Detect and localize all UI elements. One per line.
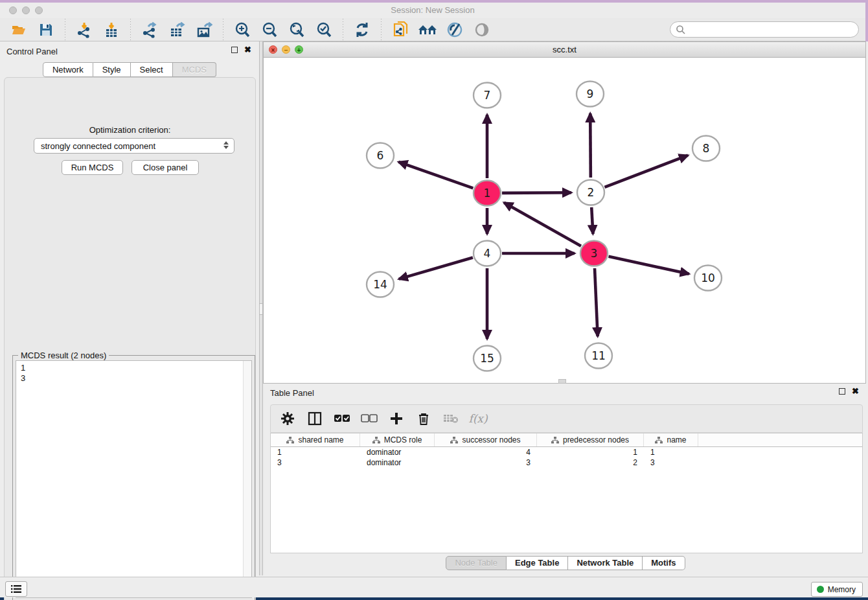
node-11[interactable]: 11 (585, 343, 612, 369)
close-table-panel-icon[interactable]: ✖ (852, 387, 859, 395)
edge-3-10[interactable] (608, 257, 689, 274)
mcds-result-text[interactable]: 13 (16, 360, 252, 598)
delete-icon[interactable] (415, 410, 433, 428)
column-header-name[interactable]: name (644, 433, 698, 446)
first-neighbors-icon[interactable] (418, 20, 437, 40)
zoom-in-icon[interactable] (233, 20, 252, 40)
network-close-icon[interactable]: × (269, 45, 277, 54)
export-network-icon[interactable] (140, 20, 159, 40)
zoom-fit-icon[interactable] (287, 20, 306, 40)
refresh-layout-icon[interactable] (352, 20, 372, 40)
tab-style[interactable]: Style (93, 62, 131, 77)
network-clipboard-icon[interactable] (391, 20, 410, 40)
desktop-edge-right (865, 0, 868, 41)
cell-MCDS-role[interactable]: dominator (360, 447, 435, 457)
node-7[interactable]: 7 (474, 83, 501, 108)
network-window-titlebar[interactable]: × – + scc.txt (264, 42, 865, 58)
cell-predecessor-nodes[interactable]: 2 (537, 457, 644, 468)
result-scrollbar[interactable] (243, 361, 251, 597)
cell-predecessor-nodes[interactable]: 1 (537, 447, 644, 457)
close-window-icon[interactable] (9, 6, 17, 14)
hide-selected-icon[interactable] (472, 20, 492, 40)
table-row[interactable]: 3dominator323 (271, 457, 862, 468)
svg-text:14: 14 (373, 278, 387, 291)
edge-1-2[interactable] (502, 192, 571, 193)
node-2[interactable]: 2 (577, 180, 604, 205)
tab-network-table[interactable]: Network Table (568, 556, 643, 570)
delete-table-icon[interactable] (442, 410, 460, 428)
cell-successor-nodes[interactable]: 3 (435, 457, 537, 468)
import-network-icon[interactable] (74, 20, 94, 40)
edge-4-14[interactable] (399, 257, 473, 279)
node-4[interactable]: 4 (474, 241, 501, 266)
tab-motifs[interactable]: Motifs (643, 556, 685, 570)
memory-button[interactable]: Memory (811, 582, 863, 597)
node-1[interactable]: 1 (474, 181, 501, 206)
float-table-panel-icon[interactable] (839, 388, 845, 395)
column-header-shared-name[interactable]: shared name (271, 433, 360, 446)
node-6[interactable]: 6 (367, 143, 394, 168)
cell-shared-name[interactable]: 3 (271, 457, 360, 468)
select-spinner-icon (223, 141, 229, 149)
svg-text:1: 1 (484, 187, 491, 200)
node-14[interactable]: 14 (367, 272, 394, 297)
edge-2-9[interactable] (590, 113, 591, 178)
deselect-all-icon[interactable] (360, 410, 378, 428)
network-graph[interactable]: 1234678910111415 (264, 58, 865, 383)
select-all-icon[interactable] (333, 410, 351, 428)
svg-text:7: 7 (484, 89, 491, 102)
edge-3-1[interactable] (504, 203, 581, 246)
node-15[interactable]: 15 (474, 346, 501, 371)
node-8[interactable]: 8 (692, 136, 720, 161)
tab-mcds[interactable]: MCDS (173, 62, 216, 77)
cell-shared-name[interactable]: 1 (271, 447, 360, 457)
network-title: scc.txt (264, 42, 865, 58)
zoom-selected-icon[interactable] (314, 20, 334, 40)
save-session-icon[interactable] (36, 20, 56, 40)
column-header-MCDS-role[interactable]: MCDS role (360, 433, 435, 446)
zoom-window-icon[interactable] (35, 6, 43, 14)
node-table[interactable]: shared nameMCDS rolesuccessor nodesprede… (270, 433, 863, 553)
cell-MCDS-role[interactable]: dominator (360, 457, 435, 468)
network-minimize-icon[interactable]: – (282, 45, 290, 54)
tab-node-table[interactable]: Node Table (446, 556, 507, 570)
node-9[interactable]: 9 (577, 82, 604, 107)
status-bar: Memory (0, 577, 868, 597)
node-3[interactable]: 3 (580, 241, 608, 266)
optimization-criterion-select[interactable]: strongly connected component (34, 138, 234, 154)
close-panel-icon[interactable]: ✖ (244, 46, 251, 54)
add-column-icon[interactable] (387, 410, 405, 428)
node-10[interactable]: 10 (694, 266, 722, 291)
minimize-window-icon[interactable] (22, 6, 30, 14)
style-icon[interactable] (445, 20, 464, 40)
float-panel-icon[interactable] (231, 47, 238, 53)
column-header-successor-nodes[interactable]: successor nodes (435, 433, 537, 446)
tab-select[interactable]: Select (131, 62, 173, 77)
task-history-button[interactable] (5, 581, 27, 597)
export-image-icon[interactable] (194, 20, 214, 40)
column-header-predecessor-nodes[interactable]: predecessor nodes (537, 433, 644, 446)
horizontal-splitter-handle[interactable] (558, 379, 566, 384)
run-mcds-button[interactable]: Run MCDS (62, 160, 123, 175)
edge-1-6[interactable] (398, 162, 473, 188)
edge-3-11[interactable] (595, 268, 598, 336)
table-row[interactable]: 1dominator411 (271, 447, 862, 457)
cell-successor-nodes[interactable]: 4 (435, 447, 537, 457)
zoom-out-icon[interactable] (260, 20, 279, 40)
gear-icon[interactable] (279, 410, 297, 428)
export-table-icon[interactable] (167, 20, 187, 40)
cell-name[interactable]: 1 (644, 447, 698, 457)
tab-edge-table[interactable]: Edge Table (507, 556, 568, 570)
edge-2-8[interactable] (604, 156, 687, 187)
split-panel-icon[interactable] (306, 410, 324, 428)
import-table-icon[interactable] (102, 20, 121, 40)
edge-2-3[interactable] (591, 207, 593, 234)
cell-name[interactable]: 3 (644, 457, 698, 468)
close-panel-button[interactable]: Close panel (131, 160, 199, 175)
open-file-icon[interactable] (9, 20, 29, 40)
tab-network[interactable]: Network (43, 62, 93, 77)
network-canvas[interactable]: 1234678910111415 (264, 58, 865, 383)
function-builder-icon[interactable]: f(x) (469, 410, 487, 428)
search-input[interactable] (670, 21, 859, 38)
network-zoom-icon[interactable]: + (295, 45, 303, 54)
